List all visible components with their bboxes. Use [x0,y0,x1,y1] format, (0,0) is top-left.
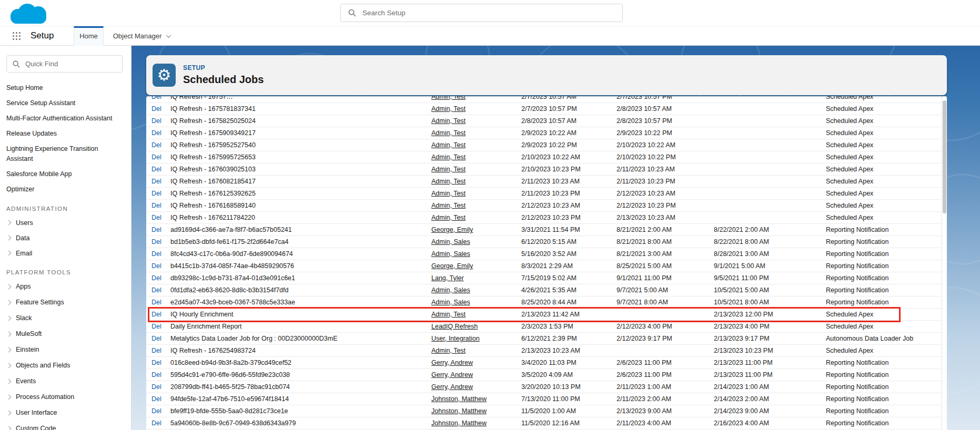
submitted-by-link[interactable]: Admin, Sales [431,296,470,308]
submitted-by-link[interactable]: Johnston, Matthew [431,417,487,429]
submitted-by-link[interactable]: Admin, Test [431,200,466,211]
sidebar-item-expandable[interactable]: Events [0,373,132,389]
table-row: DelIQ Refresh - 1676039025103Admin, Test… [146,163,947,176]
job-delete-link[interactable]: Del [151,176,161,187]
sidebar-item[interactable]: Service Setup Assistant [0,96,128,111]
submitted-by-link[interactable]: Gerry, Andrew [431,357,473,368]
submitted-by-link[interactable]: Johnston, Matthew [431,393,487,405]
job-delete-link[interactable]: Del [151,115,161,127]
started-date-cell: 2/12/2023 4:00 PM [617,321,672,332]
submitted-by-link[interactable]: Gerry, Andrew [431,369,473,381]
sidebar-item[interactable]: Lightning Experience Transition Assistan… [0,141,128,167]
submitted-by-link[interactable]: Admin, Sales [431,248,470,260]
sidebar-item-expandable[interactable]: Users [0,215,132,230]
sidebar-item-expandable[interactable]: Objects and Fields [0,357,132,373]
submitted-date-cell: 2/8/2023 10:57 AM [521,115,577,127]
sidebar-item-expandable[interactable]: Custom Code [0,421,132,430]
submitted-by-link[interactable]: Admin, Sales [431,236,470,248]
sidebar-item[interactable]: Release Updates [0,126,128,141]
sidebar-item[interactable]: Salesforce Mobile App [0,167,128,182]
submitted-by-link[interactable]: Admin, Test [431,96,466,103]
submitted-by-link[interactable]: George, Emily [431,224,473,236]
job-delete-link[interactable]: Del [151,96,161,103]
quick-find-input[interactable] [24,59,122,68]
started-date-cell: 9/7/2021 5:00 AM [617,284,668,296]
submitted-by-link[interactable]: Admin, Test [431,151,466,163]
submitted-by-link[interactable]: Admin, Test [431,345,466,356]
sidebar-item[interactable]: Optimizer [0,182,128,197]
submitted-by-link[interactable]: Admin, Test [431,188,466,199]
job-name-cell: bfe9ff19-bfde-555b-5aa0-8d281c73ce1e [170,405,288,417]
sidebar-section-label: ADMINISTRATION [0,201,132,215]
submitted-by-link[interactable]: Admin, Sales [431,284,470,296]
submitted-by-link[interactable]: Admin, Test [431,103,466,115]
search-setup-input[interactable] [361,8,622,17]
global-header: ★ + ? ⚙ [0,0,980,26]
submitted-by-link[interactable]: Gerry, Andrew [431,381,473,393]
submitted-by-link[interactable]: George, Emily [431,260,473,272]
sidebar-item-expandable[interactable]: Apps [0,279,132,294]
tab-object-manager[interactable]: Object Manager [104,26,180,46]
job-delete-link[interactable]: Del [151,284,161,296]
submitted-by-link[interactable]: Lang, Tyler [431,272,464,284]
job-delete-link[interactable]: Del [151,405,161,417]
table-row: Delbfe9ff19-bfde-555b-5aa0-8d281c73ce1eJ… [146,405,947,417]
submitted-by-link[interactable]: Admin, Test [431,127,466,139]
job-delete-link[interactable]: Del [151,139,161,151]
job-name-cell: 595d4c91-e790-6ffe-96d6-55fd9e23c038 [170,369,290,381]
job-delete-link[interactable]: Del [151,393,161,405]
sidebar-item-expandable[interactable]: Einstein [0,342,132,357]
submitted-by-link[interactable]: LeadIQ Refresh [431,321,478,332]
app-launcher-button[interactable] [13,32,21,40]
job-delete-link[interactable]: Del [151,357,161,368]
sidebar-item-expandable[interactable]: MuleSoft [0,326,132,342]
job-delete-link[interactable]: Del [151,212,161,223]
job-name-cell: IQ Refresh - 1675952527540 [170,139,256,151]
job-delete-link[interactable]: Del [151,272,161,284]
job-delete-link[interactable]: Del [151,345,161,356]
job-delete-link[interactable]: Del [151,224,161,236]
tab-home[interactable]: Home [74,26,104,46]
job-delete-link[interactable]: Del [151,417,161,429]
job-delete-link[interactable]: Del [151,163,161,175]
job-delete-link[interactable]: Del [151,321,161,332]
job-delete-link[interactable]: Del [151,188,161,199]
job-delete-link[interactable]: Del [151,248,161,260]
submitted-by-link[interactable]: Admin, Test [431,139,466,151]
sidebar-item-expandable[interactable]: Slack [0,310,132,326]
job-delete-link[interactable]: Del [151,381,161,393]
sidebar-item-expandable[interactable]: Process Automation [0,389,132,405]
global-search[interactable] [340,4,623,22]
chevron-right-icon [6,378,12,384]
job-delete-link[interactable]: Del [151,200,161,211]
submitted-by-link[interactable]: User, Integration [431,333,480,344]
submitted-by-link[interactable]: Admin, Test [431,163,466,175]
sidebar-item-expandable[interactable]: User Interface [0,405,132,421]
job-delete-link[interactable]: Del [151,236,161,248]
submitted-by-link[interactable]: Admin, Test [431,176,466,187]
table-scrollbar[interactable] [942,96,947,430]
sidebar-item-expandable[interactable]: Feature Settings [0,294,132,310]
started-date-cell: 2/6/2023 11:00 PM [617,357,672,368]
table-row: DelIQ Refresh - 1675825025024Admin, Test… [146,115,947,127]
job-delete-link[interactable]: Del [151,103,161,115]
sidebar-item[interactable]: Multi-Factor Authentication Assistant [0,111,128,126]
job-delete-link[interactable]: Del [151,309,161,320]
submitted-by-link[interactable]: Johnston, Matthew [431,405,487,417]
job-delete-link[interactable]: Del [151,151,161,163]
submitted-by-link[interactable]: Admin, Test [431,309,466,320]
scrollbar-thumb[interactable] [943,100,946,213]
submitted-by-link[interactable]: Admin, Test [431,212,466,223]
job-delete-link[interactable]: Del [151,127,161,139]
sidebar-item[interactable]: Setup Home [0,80,128,96]
submitted-by-link[interactable]: Admin, Test [431,115,466,127]
sidebar-item-expandable[interactable]: Data [0,230,132,245]
quick-find[interactable] [6,55,123,73]
sidebar-item-expandable[interactable]: Email [0,245,132,261]
job-delete-link[interactable]: Del [151,260,161,272]
next-run-date-cell: 2/14/2023 9:00 AM [714,405,769,417]
job-delete-link[interactable]: Del [151,369,161,381]
table-row: Delad9169d4-c366-ae7a-f8f7-b6ac57b05241G… [146,224,947,236]
job-delete-link[interactable]: Del [151,333,161,344]
job-delete-link[interactable]: Del [151,296,161,308]
